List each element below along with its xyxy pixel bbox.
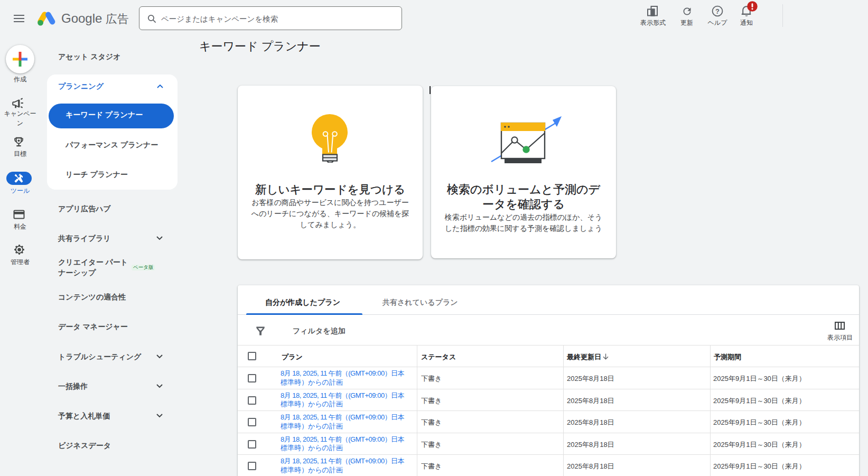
svg-text:?: ? — [715, 7, 720, 15]
